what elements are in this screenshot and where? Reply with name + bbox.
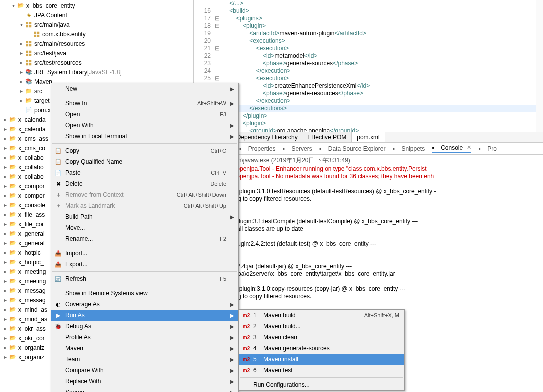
twisty-icon[interactable]: ▸ (2, 335, 9, 342)
twisty-icon[interactable]: ▸ (2, 287, 9, 294)
view-tab[interactable]: ▪Console✕ (432, 144, 472, 153)
twisty-icon[interactable]: ▸ (18, 40, 25, 47)
twisty-icon[interactable]: ▸ (2, 325, 9, 332)
twisty-icon[interactable] (18, 12, 25, 19)
menu-item-refresh[interactable]: 🔄RefreshF5 (52, 273, 238, 284)
twisty-icon[interactable]: ▸ (2, 221, 9, 228)
menu-item-move-[interactable]: Move... (52, 222, 238, 233)
twisty-icon[interactable] (26, 31, 33, 38)
menu-item-build-path[interactable]: Build Path▶ (52, 211, 238, 222)
code-line[interactable]: <executions> (223, 37, 543, 45)
tree-item[interactable]: ▾src/main/java (0, 20, 194, 29)
fold-icon[interactable]: ⊟ (214, 45, 221, 52)
menu-item-team[interactable]: Team▶ (52, 354, 238, 365)
twisty-icon[interactable]: ▸ (18, 50, 25, 57)
menu-item-delete[interactable]: ✖DeleteDelete (52, 178, 238, 189)
submenu-item-maven-generate-sources[interactable]: m24Maven generate-sources (240, 343, 404, 354)
menu-item-export-[interactable]: 📤Export... (52, 259, 238, 270)
menu-item-maven[interactable]: Maven▶ (52, 343, 238, 354)
xml-editor[interactable]: 1617181920212223242526272829303132 ⊟⊟⊟⊟ … (194, 0, 543, 132)
code-line[interactable]: <phase>generate-resources</phase> (223, 90, 543, 97)
view-tab[interactable]: ▪Properties (240, 145, 276, 152)
code-line[interactable]: </execution> (223, 67, 543, 75)
tree-item[interactable]: ▸📚JRE System Library [JavaSE-1.8] (0, 67, 194, 77)
fold-icon[interactable]: ⊟ (214, 22, 221, 30)
tree-item[interactable]: ▸src/test/resources (0, 58, 194, 67)
twisty-icon[interactable]: ▸ (2, 249, 9, 256)
menu-item-copy-qualified-name[interactable]: 📋Copy Qualified Name (52, 156, 238, 167)
tree-item[interactable]: com.x.bbs.entity (0, 29, 194, 39)
menu-item-paste[interactable]: 📄PasteCtrl+V (52, 167, 238, 178)
twisty-icon[interactable]: ▸ (2, 173, 9, 180)
twisty-icon[interactable]: ▸ (18, 88, 25, 95)
twisty-icon[interactable]: ▸ (2, 164, 9, 171)
fold-icon[interactable]: ⊟ (214, 15, 221, 22)
twisty-icon[interactable]: ▸ (18, 97, 25, 104)
code-line[interactable]: <execution> (223, 45, 543, 52)
menu-item-show-in-local-terminal[interactable]: Show in Local Terminal▶ (52, 131, 238, 142)
twisty-icon[interactable]: ▸ (2, 344, 9, 351)
twisty-icon[interactable]: ▸ (18, 78, 25, 85)
submenu-item-maven-build[interactable]: m21Maven buildAlt+Shift+X, M (240, 310, 404, 321)
menu-item-import-[interactable]: 📥Import... (52, 248, 238, 259)
twisty-icon[interactable]: ▸ (2, 354, 9, 361)
twisty-icon[interactable]: ▸ (2, 154, 9, 161)
menu-item-show-in-remote-systems-view[interactable]: Show in Remote Systems view (52, 288, 238, 299)
fold-icon[interactable] (214, 7, 221, 15)
menu-item-open-with[interactable]: Open With▶ (52, 120, 238, 131)
tree-item[interactable]: ▸src/main/resources (0, 39, 194, 48)
twisty-icon[interactable]: ▸ (2, 230, 9, 237)
fold-icon[interactable] (214, 67, 221, 75)
code-line[interactable]: <plugins> (223, 15, 543, 22)
menu-item-open[interactable]: OpenF3 (52, 109, 238, 120)
submenu-item-run-configurations-[interactable]: Run Configurations... (240, 379, 404, 390)
code-line[interactable]: <groupId>org.apache.openjpa</groupId> (223, 127, 543, 132)
twisty-icon[interactable]: ▸ (2, 316, 9, 323)
menu-item-compare-with[interactable]: Compare With▶ (52, 365, 238, 376)
menu-item-new[interactable]: New▶ (52, 83, 238, 94)
code-line[interactable]: </execution> (223, 97, 543, 105)
twisty-icon[interactable]: ▸ (2, 145, 9, 152)
code-line[interactable]: <execution> (223, 75, 543, 82)
code-line[interactable]: <phase>generate-sources</phase> (223, 60, 543, 67)
twisty-icon[interactable]: ▸ (2, 192, 9, 199)
twisty-icon[interactable]: ▾ (18, 21, 25, 28)
code-line[interactable]: <artifactId>maven-antrun-plugin</artifac… (223, 30, 543, 37)
twisty-icon[interactable]: ▸ (2, 135, 9, 142)
submenu-item-maven-install[interactable]: m25Maven install (240, 354, 404, 365)
twisty-icon[interactable] (18, 107, 25, 114)
code-line[interactable]: </plugin> (223, 112, 543, 120)
code-line[interactable]: <id>metamodel</id> (223, 52, 543, 60)
code-line[interactable]: <build> (223, 7, 543, 15)
fold-icon[interactable]: ⊟ (214, 75, 221, 82)
editor-subtab[interactable]: Dependency Hierarchy (232, 132, 304, 142)
twisty-icon[interactable]: ▾ (10, 2, 17, 9)
submenu-item-maven-test[interactable]: m26Maven test (240, 365, 404, 376)
tree-item[interactable]: ◈JPA Content (0, 10, 194, 20)
menu-item-mark-as-landmark[interactable]: ✦Mark as LandmarkCtrl+Alt+Shift+Up (52, 200, 238, 211)
twisty-icon[interactable]: ▸ (2, 211, 9, 218)
view-tab[interactable]: ▪Pro (478, 145, 497, 152)
close-icon[interactable]: ✕ (467, 144, 472, 151)
menu-item-replace-with[interactable]: Replace With▶ (52, 376, 238, 387)
twisty-icon[interactable]: ▸ (2, 278, 9, 285)
fold-icon[interactable] (214, 37, 221, 45)
twisty-icon[interactable]: ▸ (2, 268, 9, 275)
twisty-icon[interactable]: ▸ (2, 126, 9, 133)
tree-item[interactable]: ▾📂x_bbs_core_entity (0, 1, 194, 10)
code-line[interactable]: </executions> (223, 105, 543, 112)
menu-item-show-in[interactable]: Show InAlt+Shift+W▶ (52, 98, 238, 109)
twisty-icon[interactable]: ▸ (2, 116, 9, 123)
menu-item-coverage-as[interactable]: ◐Coverage As▶ (52, 299, 238, 310)
menu-item-source[interactable]: Source▶ (52, 387, 238, 392)
menu-item-run-as[interactable]: ▶Run As▶ (52, 310, 238, 321)
menu-item-debug-as[interactable]: 🐞Debug As▶ (52, 321, 238, 332)
twisty-icon[interactable]: ▸ (18, 69, 25, 76)
view-tab[interactable]: ▪Snippets (392, 145, 425, 152)
submenu-item-maven-build-[interactable]: m22Maven build... (240, 321, 404, 332)
twisty-icon[interactable]: ▸ (2, 297, 9, 304)
view-tab[interactable]: ▪Servers (282, 145, 312, 152)
editor-subtab[interactable]: pom.xml (352, 132, 385, 142)
view-tab[interactable]: ▪Data Source Explorer (320, 145, 386, 152)
submenu-item-maven-clean[interactable]: m23Maven clean (240, 332, 404, 343)
